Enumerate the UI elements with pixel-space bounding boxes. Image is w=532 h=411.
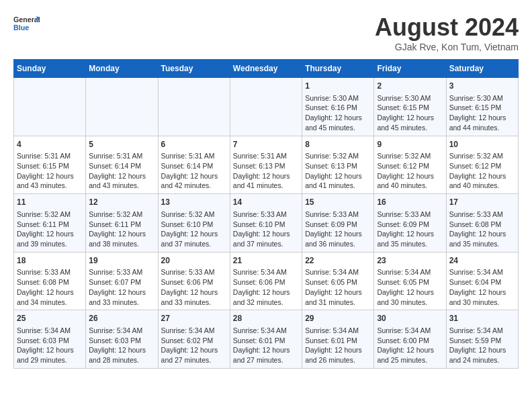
svg-text:Blue: Blue [13, 24, 29, 32]
calendar-cell: 27Sunrise: 5:34 AMSunset: 6:02 PMDayligh… [158, 310, 230, 369]
day-number: 20 [161, 255, 227, 267]
day-header: Sunday [14, 60, 86, 78]
day-info: Sunrise: 5:33 AM [377, 210, 443, 220]
day-info: Daylight: 12 hours [161, 345, 227, 355]
day-info: and 45 minutes. [305, 123, 371, 133]
day-info: Sunrise: 5:32 AM [305, 151, 371, 161]
calendar-cell: 15Sunrise: 5:33 AMSunset: 6:09 PMDayligh… [302, 194, 374, 253]
day-info: Daylight: 12 hours [449, 113, 515, 123]
day-info: Sunset: 6:13 PM [233, 161, 299, 171]
day-info: Daylight: 12 hours [305, 113, 371, 123]
day-number: 16 [377, 197, 443, 208]
day-number: 19 [89, 255, 154, 267]
day-info: and 44 minutes. [449, 123, 515, 133]
calendar-cell: 26Sunrise: 5:34 AMSunset: 6:03 PMDayligh… [86, 310, 158, 369]
day-info: and 32 minutes. [233, 298, 299, 308]
day-info: and 43 minutes. [89, 181, 154, 191]
day-info: Sunrise: 5:33 AM [89, 267, 154, 277]
day-number: 9 [377, 139, 443, 150]
day-info: and 43 minutes. [17, 181, 83, 191]
day-info: Daylight: 12 hours [89, 171, 154, 181]
calendar-cell [158, 78, 230, 136]
day-header: Friday [374, 60, 446, 78]
svg-text:General: General [13, 15, 40, 24]
calendar-table: SundayMondayTuesdayWednesdayThursdayFrid… [13, 59, 519, 369]
location: GJak Rve, Kon Tum, Vietnam [375, 42, 519, 52]
calendar-cell: 31Sunrise: 5:34 AMSunset: 5:59 PMDayligh… [446, 310, 518, 369]
day-info: Sunrise: 5:32 AM [377, 151, 443, 161]
day-info: Daylight: 12 hours [305, 287, 371, 298]
day-info: and 30 minutes. [377, 298, 443, 308]
day-info: Sunset: 6:13 PM [305, 161, 371, 171]
day-info: Sunset: 6:11 PM [17, 220, 83, 230]
day-info: Sunrise: 5:34 AM [377, 326, 443, 336]
day-number: 28 [233, 313, 299, 324]
day-number: 30 [377, 313, 443, 324]
day-number: 13 [161, 197, 227, 208]
day-info: Sunset: 6:07 PM [89, 277, 154, 287]
day-info: Sunset: 6:01 PM [233, 336, 299, 346]
day-info: Sunrise: 5:32 AM [17, 210, 83, 220]
day-number: 3 [449, 81, 515, 92]
day-info: and 36 minutes. [305, 239, 371, 249]
day-info: Daylight: 12 hours [89, 345, 154, 355]
day-info: Sunset: 6:03 PM [89, 336, 154, 346]
day-info: Sunset: 6:01 PM [305, 336, 371, 346]
day-number: 18 [17, 255, 83, 267]
day-info: Sunrise: 5:31 AM [233, 151, 299, 161]
day-info: Sunrise: 5:32 AM [449, 151, 515, 161]
day-info: Sunrise: 5:34 AM [377, 267, 443, 277]
day-info: Daylight: 12 hours [449, 171, 515, 181]
logo-icon: General Blue [13, 13, 40, 34]
day-info: and 29 minutes. [17, 355, 83, 365]
day-number: 2 [377, 81, 443, 92]
calendar-cell: 30Sunrise: 5:34 AMSunset: 6:00 PMDayligh… [374, 310, 446, 369]
calendar-cell: 12Sunrise: 5:32 AMSunset: 6:11 PMDayligh… [86, 194, 158, 253]
day-info: and 35 minutes. [377, 239, 443, 249]
day-info: Sunrise: 5:31 AM [89, 151, 154, 161]
day-info: Daylight: 12 hours [17, 229, 83, 239]
day-info: Daylight: 12 hours [305, 345, 371, 355]
day-number: 17 [449, 197, 515, 208]
calendar-header: SundayMondayTuesdayWednesdayThursdayFrid… [14, 60, 519, 78]
day-info: Sunrise: 5:32 AM [89, 210, 154, 220]
calendar-cell: 18Sunrise: 5:33 AMSunset: 6:08 PMDayligh… [14, 252, 86, 310]
day-info: Sunrise: 5:33 AM [161, 267, 227, 277]
day-info: Sunrise: 5:30 AM [305, 93, 371, 103]
day-number: 23 [377, 255, 443, 267]
calendar-cell: 14Sunrise: 5:33 AMSunset: 6:10 PMDayligh… [230, 194, 302, 253]
page-header: General Blue August 2024 GJak Rve, Kon T… [13, 13, 519, 52]
day-number: 7 [233, 139, 299, 150]
day-info: and 41 minutes. [233, 181, 299, 191]
calendar-cell: 11Sunrise: 5:32 AMSunset: 6:11 PMDayligh… [14, 194, 86, 253]
day-info: Sunrise: 5:30 AM [449, 93, 515, 103]
day-number: 27 [161, 313, 227, 324]
day-info: and 37 minutes. [233, 239, 299, 249]
day-info: Sunset: 6:16 PM [305, 103, 371, 113]
day-info: and 45 minutes. [377, 123, 443, 133]
day-info: Sunset: 6:08 PM [17, 277, 83, 287]
day-info: Sunset: 6:11 PM [89, 220, 154, 230]
day-info: Daylight: 12 hours [377, 287, 443, 298]
calendar-cell: 19Sunrise: 5:33 AMSunset: 6:07 PMDayligh… [86, 252, 158, 310]
day-info: Daylight: 12 hours [377, 171, 443, 181]
calendar-cell: 8Sunrise: 5:32 AMSunset: 6:13 PMDaylight… [302, 136, 374, 194]
day-info: and 40 minutes. [377, 181, 443, 191]
day-info: Daylight: 12 hours [449, 229, 515, 239]
day-info: Sunrise: 5:32 AM [161, 210, 227, 220]
day-number: 21 [233, 255, 299, 267]
day-info: Sunset: 6:08 PM [449, 220, 515, 230]
day-number: 1 [305, 81, 371, 92]
day-info: and 39 minutes. [17, 239, 83, 249]
day-info: Daylight: 12 hours [89, 229, 154, 239]
calendar-cell: 23Sunrise: 5:34 AMSunset: 6:05 PMDayligh… [374, 252, 446, 310]
day-info: Daylight: 12 hours [377, 229, 443, 239]
day-info: Daylight: 12 hours [233, 171, 299, 181]
day-info: Sunrise: 5:33 AM [449, 210, 515, 220]
calendar-cell: 21Sunrise: 5:34 AMSunset: 6:06 PMDayligh… [230, 252, 302, 310]
calendar-cell: 24Sunrise: 5:34 AMSunset: 6:04 PMDayligh… [446, 252, 518, 310]
day-info: Sunrise: 5:30 AM [377, 93, 443, 103]
day-info: and 27 minutes. [233, 355, 299, 365]
day-number: 24 [449, 255, 515, 267]
day-info: Sunset: 6:00 PM [377, 336, 443, 346]
